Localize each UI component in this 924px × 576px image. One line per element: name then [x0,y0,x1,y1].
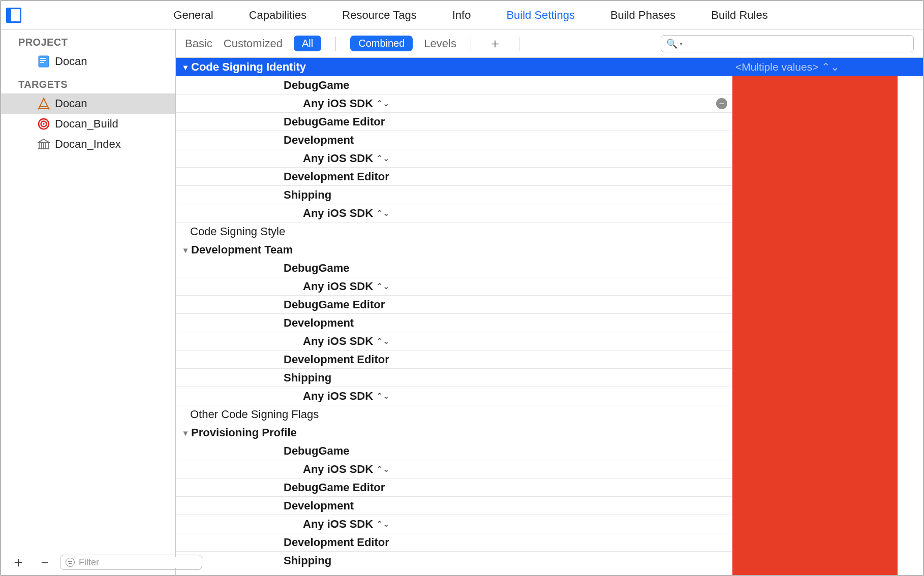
setting-title: Other Code Signing Flags [190,408,319,421]
updown-icon: ⌃⌄ [376,336,389,346]
tab-info[interactable]: Info [452,9,471,22]
setting-row-code-signing-identity[interactable]: ▼ Code Signing Identity <Multiple values… [176,58,923,76]
settings-grid: ▼ Code Signing Identity <Multiple values… [176,58,923,575]
search-menu-caret-icon[interactable]: ▾ [680,40,683,47]
sidebar-targets-header: TARGETS [1,72,175,93]
search-icon: 🔍 [666,38,677,49]
sidebar-project-header: PROJECT [1,29,175,51]
config-label: Any iOS SDK [303,97,373,110]
project-icon [38,55,50,68]
config-label: DebugGame Editor [284,481,385,494]
updown-icon: ⌃⌄ [376,153,389,163]
remove-override-button[interactable]: − [716,98,727,109]
top-tab-bar: General Capabilities Resource Tags Info … [1,1,923,29]
sidebar-item-label: Docan [55,97,87,110]
config-label: Development Editor [284,353,389,366]
sidebar-project-item[interactable]: Docan [1,51,175,72]
settings-search[interactable]: 🔍 ▾ [661,35,914,52]
scope-basic[interactable]: Basic [185,37,212,50]
tab-general[interactable]: General [173,9,213,22]
config-label: Any iOS SDK [303,390,373,403]
config-label: Shipping [284,371,331,385]
view-levels[interactable]: Levels [424,37,456,50]
svg-rect-3 [40,62,44,63]
svg-marker-12 [39,139,49,142]
updown-icon: ⌃⌄ [376,391,389,401]
config-label: Development [284,499,354,513]
svg-rect-2 [40,60,46,61]
body: PROJECT Docan TARGETS Docan Docan_Build [1,29,923,575]
config-label: Any iOS SDK [303,280,373,293]
building-icon [38,138,50,150]
svg-point-11 [43,123,45,125]
tab-resource-tags[interactable]: Resource Tags [342,9,416,22]
toolbar-separator [519,37,519,51]
config-label: DebugGame Editor [284,298,385,311]
updown-icon: ⌃⌄ [376,99,389,108]
config-label: Shipping [284,188,331,202]
config-label: Development Editor [284,170,389,183]
setting-title: Provisioning Profile [191,426,297,439]
svg-point-6 [43,98,44,99]
tab-build-settings[interactable]: Build Settings [506,9,575,22]
config-label: DebugGame [284,79,350,92]
redacted-values-overlay [732,76,898,575]
disclosure-down-icon[interactable]: ▼ [181,63,190,72]
setting-value[interactable]: <Multiple values> ⌃⌄ [732,61,840,73]
svg-rect-0 [39,56,49,67]
scope-customized[interactable]: Customized [224,37,283,50]
config-label: Shipping [284,554,331,567]
disclosure-down-icon[interactable]: ▼ [181,429,190,437]
config-label: Any iOS SDK [303,335,373,348]
filter-icon [66,558,75,567]
top-tabs: General Capabilities Resource Tags Info … [23,9,918,22]
tab-build-rules[interactable]: Build Rules [711,9,767,22]
updown-icon: ⌃⌄ [821,61,840,73]
add-target-button[interactable]: ＋ [7,555,29,569]
config-label: Any iOS SDK [303,207,373,220]
updown-icon: ⌃⌄ [376,464,389,474]
remove-target-button[interactable]: － [34,555,56,569]
svg-point-8 [38,108,39,109]
sidebar-toggle-icon[interactable] [6,8,21,23]
sidebar-target-docan-build[interactable]: Docan_Build [1,114,175,134]
settings-search-input[interactable] [686,38,908,49]
sidebar-target-docan[interactable]: Docan [1,93,175,114]
svg-rect-1 [40,58,46,59]
config-label: Development [284,316,354,330]
config-label: Development Editor [284,536,389,549]
scope-all[interactable]: All [294,36,321,51]
toolbar-separator [335,37,336,51]
config-label: Any iOS SDK [303,518,373,531]
setting-title: Development Team [191,243,293,257]
sidebar-project-name: Docan [55,55,87,68]
sidebar-item-label: Docan_Index [55,138,121,151]
config-label: DebugGame Editor [284,115,385,129]
disclosure-down-icon[interactable]: ▼ [181,246,190,254]
config-label: Any iOS SDK [303,463,373,476]
svg-point-7 [48,108,49,109]
tab-build-phases[interactable]: Build Phases [610,9,675,22]
tab-capabilities[interactable]: Capabilities [249,9,307,22]
updown-icon: ⌃⌄ [376,208,389,218]
config-label: DebugGame [284,262,350,275]
toolbar-separator [471,37,471,51]
setting-value-text: <Multiple values> [735,61,818,73]
sidebar-target-docan-index[interactable]: Docan_Index [1,134,175,154]
target-icon [38,118,50,130]
main-panel: Basic Customized All Combined Levels ＋ 🔍… [176,29,923,575]
setting-title: Code Signing Style [190,225,285,238]
setting-title: Code Signing Identity [191,60,306,74]
config-label: Any iOS SDK [303,152,373,165]
config-label: DebugGame [284,444,350,458]
sidebar-footer: ＋ － [1,550,175,575]
xcode-window: General Capabilities Resource Tags Info … [0,0,924,576]
view-combined[interactable]: Combined [350,36,413,51]
config-label: Development [284,134,354,147]
add-setting-button[interactable]: ＋ [485,35,505,52]
settings-toolbar: Basic Customized All Combined Levels ＋ 🔍… [176,29,923,58]
app-icon [38,98,50,110]
sidebar-item-label: Docan_Build [55,117,118,131]
sidebar: PROJECT Docan TARGETS Docan Docan_Build [1,29,176,575]
updown-icon: ⌃⌄ [376,281,389,291]
